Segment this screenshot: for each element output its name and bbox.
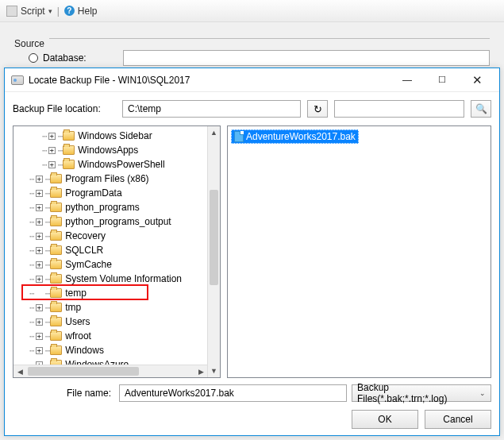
tree-guide: ⋯ xyxy=(29,217,34,227)
tree-node-label: WindowsAzure xyxy=(65,359,129,365)
file-item-selected[interactable]: AdventureWorks2017.bak xyxy=(231,129,359,144)
tree-node[interactable]: ⋯+⋯Program Files (x86) xyxy=(13,172,207,186)
expand-icon: + xyxy=(36,304,43,311)
ok-button[interactable]: OK xyxy=(352,410,418,429)
path-input[interactable] xyxy=(122,100,301,118)
tree-node[interactable]: ⋯+⋯System Volume Information xyxy=(13,272,207,286)
folder-icon xyxy=(50,231,62,241)
close-button[interactable]: ✕ xyxy=(460,69,494,91)
scroll-right-icon[interactable]: ▶ xyxy=(194,365,207,378)
tree-node[interactable]: ⋯+⋯Windows Sidebar xyxy=(13,129,207,143)
scroll-thumb[interactable] xyxy=(210,190,218,285)
tree-node[interactable]: ⋯+⋯Windows xyxy=(13,343,207,357)
tree-toggle[interactable]: + xyxy=(35,246,44,255)
folder-icon xyxy=(50,217,62,226)
cancel-button[interactable]: Cancel xyxy=(425,410,491,429)
tree-guide: ⋯ xyxy=(29,303,34,313)
tree-toggle[interactable]: + xyxy=(35,189,44,198)
tree-node[interactable]: ⋯+⋯WindowsAzure xyxy=(13,357,207,365)
filetype-select[interactable]: Backup Files(*.bak;*.trn;*.log) ⌄ xyxy=(352,384,491,402)
scroll-up-icon[interactable]: ▲ xyxy=(208,126,220,139)
tree-guide: ⋯ xyxy=(29,288,34,299)
hscroll-thumb[interactable] xyxy=(28,367,139,376)
folder-tree[interactable]: ⋯+⋯Windows Sidebar⋯+⋯WindowsApps⋯+⋯Windo… xyxy=(13,126,207,365)
expand-icon: + xyxy=(48,161,56,168)
expand-icon: + xyxy=(36,261,43,268)
search-button[interactable]: 🔍 xyxy=(471,100,491,118)
tree-node-label: Program Files (x86) xyxy=(65,173,148,184)
folder-icon xyxy=(50,288,62,298)
script-icon xyxy=(6,6,17,17)
tree-guide: ⋯ xyxy=(42,131,47,141)
tree-guide: ⋯ xyxy=(29,331,34,342)
tree-toggle[interactable]: + xyxy=(48,160,56,169)
tree-toggle[interactable]: + xyxy=(35,232,44,241)
separator: | xyxy=(57,6,60,17)
script-menu[interactable]: Script ▾ xyxy=(6,6,52,17)
tree-node[interactable]: ⋯+⋯Users xyxy=(13,315,207,329)
tree-node-label: SQLCLR xyxy=(65,245,103,256)
tree-node[interactable]: ⋯⋯temp xyxy=(13,286,207,300)
expand-icon: + xyxy=(36,176,43,183)
help-icon: ? xyxy=(64,6,75,16)
tree-node[interactable]: ⋯+⋯SQLCLR xyxy=(13,243,207,257)
scroll-down-icon[interactable]: ▼ xyxy=(208,365,220,377)
tree-toggle[interactable]: + xyxy=(35,218,44,226)
cancel-label: Cancel xyxy=(443,414,472,425)
chevron-down-icon: ⌄ xyxy=(479,389,486,397)
tree-hscrollbar[interactable]: ◀ ▶ xyxy=(13,365,207,377)
tree-node[interactable]: ⋯+⋯tmp xyxy=(13,300,207,315)
tree-toggle[interactable]: + xyxy=(48,132,56,141)
tree-toggle[interactable]: + xyxy=(35,303,44,312)
help-label: Help xyxy=(78,6,98,17)
tree-guide: ⋯ xyxy=(58,145,63,156)
help-menu[interactable]: ? Help xyxy=(64,6,98,17)
folder-icon xyxy=(50,303,62,312)
filename-label: File name: xyxy=(13,388,114,399)
parent-toolbar: Script ▾ | ? Help xyxy=(0,0,504,22)
scroll-left-icon[interactable]: ◀ xyxy=(13,365,26,378)
database-select[interactable] xyxy=(123,50,490,66)
tree-node[interactable]: ⋯+⋯WindowsApps xyxy=(13,143,207,157)
minimize-button[interactable]: — xyxy=(390,69,425,91)
file-list-pane[interactable]: AdventureWorks2017.bak xyxy=(227,125,491,378)
tree-node[interactable]: ⋯+⋯Recovery xyxy=(13,229,207,243)
tree-node[interactable]: ⋯+⋯python_programs_output xyxy=(13,214,207,229)
tree-toggle[interactable]: + xyxy=(35,175,44,183)
tree-toggle[interactable]: + xyxy=(35,203,44,212)
folder-icon xyxy=(63,160,75,169)
tree-toggle[interactable]: + xyxy=(35,318,44,326)
folder-icon xyxy=(50,174,62,183)
script-label: Script xyxy=(21,6,45,17)
maximize-button[interactable]: ☐ xyxy=(425,69,460,91)
folder-icon xyxy=(50,345,62,355)
filename-input[interactable] xyxy=(119,384,347,402)
tree-toggle[interactable]: + xyxy=(35,346,44,355)
tree-vscrollbar[interactable]: ▲ ▼ xyxy=(207,126,220,377)
tree-node-label: SymCache xyxy=(65,259,112,270)
tree-guide: ⋯ xyxy=(29,317,34,327)
tree-toggle xyxy=(35,289,44,298)
search-input[interactable] xyxy=(334,100,464,118)
search-icon: 🔍 xyxy=(475,103,487,114)
tree-guide: ⋯ xyxy=(45,331,50,342)
tree-node-label: WindowsPowerShell xyxy=(78,159,164,170)
source-label: Source xyxy=(14,38,49,49)
refresh-button[interactable]: ↻ xyxy=(307,100,328,118)
tree-node[interactable]: ⋯+⋯python_programs xyxy=(13,200,207,214)
tree-node[interactable]: ⋯+⋯WindowsPowerShell xyxy=(13,157,207,172)
tree-node[interactable]: ⋯+⋯wfroot xyxy=(13,329,207,343)
database-radio[interactable] xyxy=(29,53,38,63)
tree-node-label: Users xyxy=(65,316,90,327)
tree-toggle[interactable]: + xyxy=(35,261,44,269)
tree-toggle[interactable]: + xyxy=(48,146,56,155)
tree-toggle[interactable]: + xyxy=(35,275,44,284)
expand-icon: + xyxy=(36,233,43,240)
tree-toggle[interactable]: + xyxy=(35,332,44,341)
file-item-label: AdventureWorks2017.bak xyxy=(246,131,356,142)
tree-guide: ⋯ xyxy=(45,288,50,299)
tree-node[interactable]: ⋯+⋯ProgramData xyxy=(13,186,207,200)
tree-node[interactable]: ⋯+⋯SymCache xyxy=(13,257,207,272)
expand-icon: + xyxy=(36,276,43,283)
tree-guide: ⋯ xyxy=(58,131,63,141)
